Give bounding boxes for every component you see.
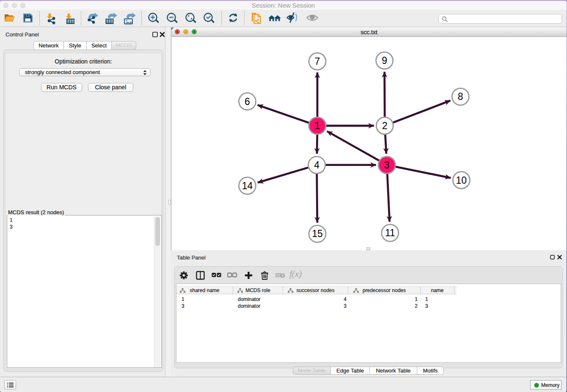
svg-text:3: 3 — [384, 160, 390, 171]
svg-text:6: 6 — [245, 96, 250, 107]
svg-text:11: 11 — [385, 227, 395, 238]
svg-text:2: 2 — [382, 120, 388, 131]
svg-text:10: 10 — [456, 175, 467, 186]
svg-text:14: 14 — [242, 180, 253, 191]
svg-text:1: 1 — [315, 120, 320, 131]
svg-text:7: 7 — [315, 56, 320, 67]
svg-text:8: 8 — [458, 91, 463, 102]
svg-text:9: 9 — [382, 55, 387, 66]
svg-text:4: 4 — [314, 160, 319, 171]
svg-text:15: 15 — [312, 228, 323, 239]
